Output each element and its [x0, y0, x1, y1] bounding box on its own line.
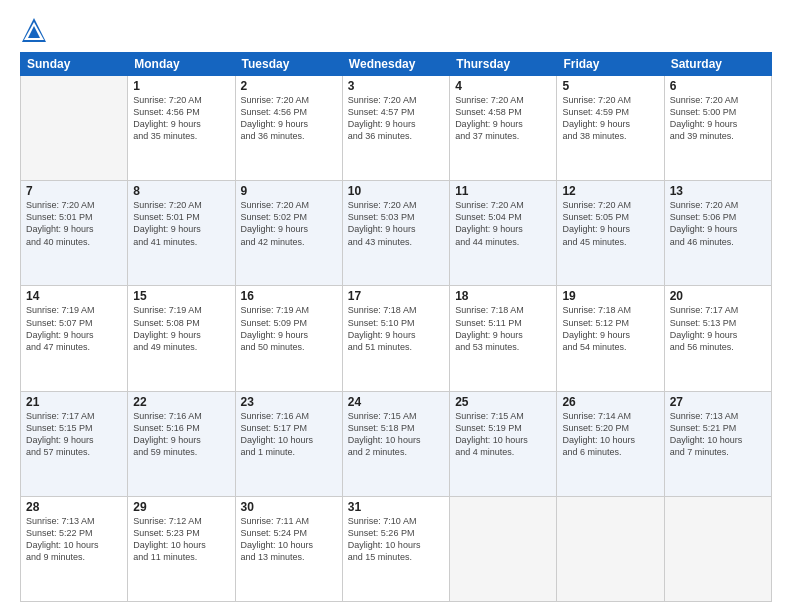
calendar-cell: 6Sunrise: 7:20 AM Sunset: 5:00 PM Daylig… — [664, 76, 771, 181]
calendar: SundayMondayTuesdayWednesdayThursdayFrid… — [20, 52, 772, 602]
day-number: 23 — [241, 395, 337, 409]
calendar-cell: 27Sunrise: 7:13 AM Sunset: 5:21 PM Dayli… — [664, 391, 771, 496]
day-info: Sunrise: 7:20 AM Sunset: 5:06 PM Dayligh… — [670, 199, 766, 248]
day-number: 3 — [348, 79, 444, 93]
header — [20, 16, 772, 44]
day-info: Sunrise: 7:20 AM Sunset: 5:00 PM Dayligh… — [670, 94, 766, 143]
day-info: Sunrise: 7:20 AM Sunset: 4:59 PM Dayligh… — [562, 94, 658, 143]
day-info: Sunrise: 7:19 AM Sunset: 5:08 PM Dayligh… — [133, 304, 229, 353]
day-info: Sunrise: 7:16 AM Sunset: 5:17 PM Dayligh… — [241, 410, 337, 459]
calendar-cell: 28Sunrise: 7:13 AM Sunset: 5:22 PM Dayli… — [21, 496, 128, 601]
week-row-2: 7Sunrise: 7:20 AM Sunset: 5:01 PM Daylig… — [21, 181, 772, 286]
day-info: Sunrise: 7:19 AM Sunset: 5:07 PM Dayligh… — [26, 304, 122, 353]
calendar-cell: 18Sunrise: 7:18 AM Sunset: 5:11 PM Dayli… — [450, 286, 557, 391]
day-number: 1 — [133, 79, 229, 93]
day-number: 13 — [670, 184, 766, 198]
calendar-cell: 12Sunrise: 7:20 AM Sunset: 5:05 PM Dayli… — [557, 181, 664, 286]
calendar-cell: 15Sunrise: 7:19 AM Sunset: 5:08 PM Dayli… — [128, 286, 235, 391]
day-info: Sunrise: 7:20 AM Sunset: 5:01 PM Dayligh… — [26, 199, 122, 248]
day-info: Sunrise: 7:17 AM Sunset: 5:15 PM Dayligh… — [26, 410, 122, 459]
calendar-cell: 23Sunrise: 7:16 AM Sunset: 5:17 PM Dayli… — [235, 391, 342, 496]
day-info: Sunrise: 7:19 AM Sunset: 5:09 PM Dayligh… — [241, 304, 337, 353]
day-info: Sunrise: 7:18 AM Sunset: 5:10 PM Dayligh… — [348, 304, 444, 353]
weekday-header-thursday: Thursday — [450, 53, 557, 76]
day-number: 18 — [455, 289, 551, 303]
week-row-1: 1Sunrise: 7:20 AM Sunset: 4:56 PM Daylig… — [21, 76, 772, 181]
logo — [20, 16, 52, 44]
day-number: 21 — [26, 395, 122, 409]
calendar-cell: 2Sunrise: 7:20 AM Sunset: 4:56 PM Daylig… — [235, 76, 342, 181]
calendar-cell: 13Sunrise: 7:20 AM Sunset: 5:06 PM Dayli… — [664, 181, 771, 286]
calendar-cell: 21Sunrise: 7:17 AM Sunset: 5:15 PM Dayli… — [21, 391, 128, 496]
day-info: Sunrise: 7:13 AM Sunset: 5:21 PM Dayligh… — [670, 410, 766, 459]
page: SundayMondayTuesdayWednesdayThursdayFrid… — [0, 0, 792, 612]
weekday-header-monday: Monday — [128, 53, 235, 76]
day-info: Sunrise: 7:20 AM Sunset: 5:02 PM Dayligh… — [241, 199, 337, 248]
day-number: 5 — [562, 79, 658, 93]
day-number: 4 — [455, 79, 551, 93]
calendar-cell: 14Sunrise: 7:19 AM Sunset: 5:07 PM Dayli… — [21, 286, 128, 391]
day-number: 9 — [241, 184, 337, 198]
day-number: 19 — [562, 289, 658, 303]
calendar-cell: 9Sunrise: 7:20 AM Sunset: 5:02 PM Daylig… — [235, 181, 342, 286]
weekday-header-tuesday: Tuesday — [235, 53, 342, 76]
weekday-header-friday: Friday — [557, 53, 664, 76]
week-row-3: 14Sunrise: 7:19 AM Sunset: 5:07 PM Dayli… — [21, 286, 772, 391]
day-info: Sunrise: 7:15 AM Sunset: 5:19 PM Dayligh… — [455, 410, 551, 459]
calendar-cell: 7Sunrise: 7:20 AM Sunset: 5:01 PM Daylig… — [21, 181, 128, 286]
day-number: 25 — [455, 395, 551, 409]
day-info: Sunrise: 7:20 AM Sunset: 4:56 PM Dayligh… — [133, 94, 229, 143]
week-row-5: 28Sunrise: 7:13 AM Sunset: 5:22 PM Dayli… — [21, 496, 772, 601]
weekday-header-wednesday: Wednesday — [342, 53, 449, 76]
calendar-cell: 11Sunrise: 7:20 AM Sunset: 5:04 PM Dayli… — [450, 181, 557, 286]
day-info: Sunrise: 7:11 AM Sunset: 5:24 PM Dayligh… — [241, 515, 337, 564]
day-info: Sunrise: 7:20 AM Sunset: 4:56 PM Dayligh… — [241, 94, 337, 143]
day-info: Sunrise: 7:20 AM Sunset: 5:01 PM Dayligh… — [133, 199, 229, 248]
day-number: 2 — [241, 79, 337, 93]
day-number: 24 — [348, 395, 444, 409]
calendar-cell: 3Sunrise: 7:20 AM Sunset: 4:57 PM Daylig… — [342, 76, 449, 181]
day-info: Sunrise: 7:18 AM Sunset: 5:12 PM Dayligh… — [562, 304, 658, 353]
calendar-cell — [664, 496, 771, 601]
calendar-cell: 22Sunrise: 7:16 AM Sunset: 5:16 PM Dayli… — [128, 391, 235, 496]
day-number: 10 — [348, 184, 444, 198]
calendar-cell: 17Sunrise: 7:18 AM Sunset: 5:10 PM Dayli… — [342, 286, 449, 391]
day-number: 31 — [348, 500, 444, 514]
day-number: 22 — [133, 395, 229, 409]
day-number: 27 — [670, 395, 766, 409]
day-number: 29 — [133, 500, 229, 514]
calendar-cell: 25Sunrise: 7:15 AM Sunset: 5:19 PM Dayli… — [450, 391, 557, 496]
day-info: Sunrise: 7:12 AM Sunset: 5:23 PM Dayligh… — [133, 515, 229, 564]
day-number: 20 — [670, 289, 766, 303]
calendar-cell: 8Sunrise: 7:20 AM Sunset: 5:01 PM Daylig… — [128, 181, 235, 286]
day-info: Sunrise: 7:20 AM Sunset: 5:04 PM Dayligh… — [455, 199, 551, 248]
calendar-cell: 31Sunrise: 7:10 AM Sunset: 5:26 PM Dayli… — [342, 496, 449, 601]
week-row-4: 21Sunrise: 7:17 AM Sunset: 5:15 PM Dayli… — [21, 391, 772, 496]
day-info: Sunrise: 7:18 AM Sunset: 5:11 PM Dayligh… — [455, 304, 551, 353]
calendar-cell: 29Sunrise: 7:12 AM Sunset: 5:23 PM Dayli… — [128, 496, 235, 601]
calendar-cell: 4Sunrise: 7:20 AM Sunset: 4:58 PM Daylig… — [450, 76, 557, 181]
day-number: 6 — [670, 79, 766, 93]
day-number: 8 — [133, 184, 229, 198]
logo-icon — [20, 16, 48, 44]
day-number: 12 — [562, 184, 658, 198]
day-number: 17 — [348, 289, 444, 303]
weekday-header-row: SundayMondayTuesdayWednesdayThursdayFrid… — [21, 53, 772, 76]
day-number: 30 — [241, 500, 337, 514]
day-info: Sunrise: 7:14 AM Sunset: 5:20 PM Dayligh… — [562, 410, 658, 459]
calendar-cell: 1Sunrise: 7:20 AM Sunset: 4:56 PM Daylig… — [128, 76, 235, 181]
calendar-cell: 30Sunrise: 7:11 AM Sunset: 5:24 PM Dayli… — [235, 496, 342, 601]
calendar-cell — [450, 496, 557, 601]
calendar-cell: 19Sunrise: 7:18 AM Sunset: 5:12 PM Dayli… — [557, 286, 664, 391]
day-number: 15 — [133, 289, 229, 303]
calendar-cell: 26Sunrise: 7:14 AM Sunset: 5:20 PM Dayli… — [557, 391, 664, 496]
day-info: Sunrise: 7:20 AM Sunset: 4:58 PM Dayligh… — [455, 94, 551, 143]
day-number: 14 — [26, 289, 122, 303]
calendar-cell: 20Sunrise: 7:17 AM Sunset: 5:13 PM Dayli… — [664, 286, 771, 391]
day-info: Sunrise: 7:17 AM Sunset: 5:13 PM Dayligh… — [670, 304, 766, 353]
day-info: Sunrise: 7:20 AM Sunset: 5:05 PM Dayligh… — [562, 199, 658, 248]
day-info: Sunrise: 7:20 AM Sunset: 4:57 PM Dayligh… — [348, 94, 444, 143]
day-number: 28 — [26, 500, 122, 514]
day-number: 11 — [455, 184, 551, 198]
calendar-cell: 10Sunrise: 7:20 AM Sunset: 5:03 PM Dayli… — [342, 181, 449, 286]
